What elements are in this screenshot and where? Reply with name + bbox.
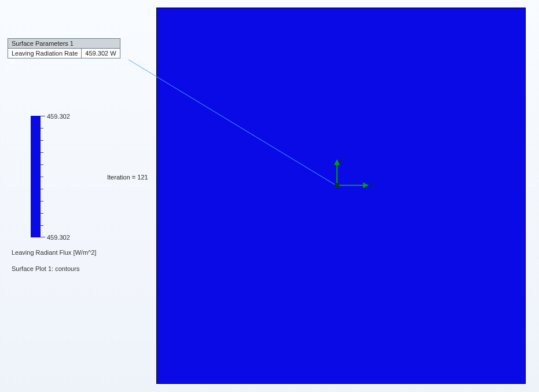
iteration-readout: Iteration = 121: [107, 174, 148, 181]
legend-variable-label: Leaving Radiant Flux [W/m^2]: [12, 249, 96, 256]
legend-max-label: 459.302: [47, 113, 70, 120]
panel-title: Surface Parameters 1: [8, 39, 120, 49]
legend-ticks: [41, 116, 46, 237]
legend-min-label: 459.302: [47, 234, 70, 241]
legend-plot-label: Surface Plot 1: contours: [12, 265, 79, 272]
surface-parameters-panel[interactable]: Surface Parameters 1 Leaving Radiation R…: [8, 38, 120, 58]
param-label: Leaving Radiation Rate: [8, 49, 82, 58]
contour-surface[interactable]: [156, 8, 526, 384]
param-value: 459.302 W: [82, 49, 119, 58]
color-bar: [31, 116, 41, 237]
